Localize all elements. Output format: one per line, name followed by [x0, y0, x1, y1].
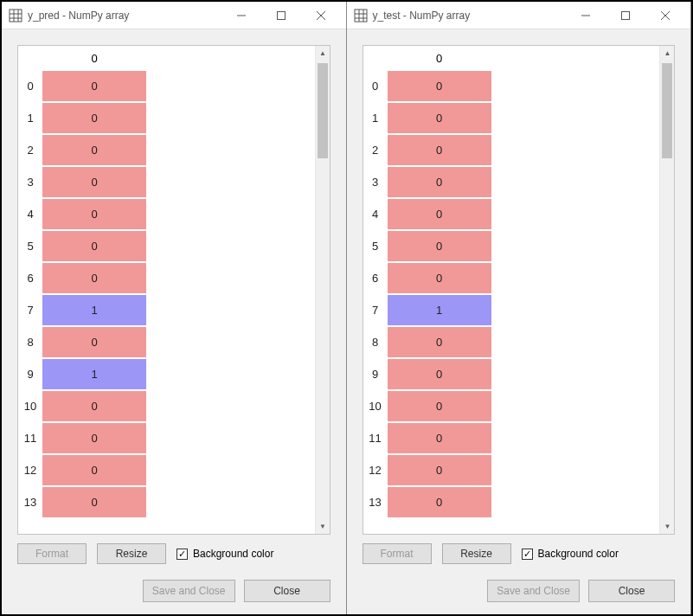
minimize-button[interactable] — [566, 2, 606, 29]
row-index[interactable]: 0 — [18, 70, 42, 102]
row-index[interactable]: 1 — [363, 102, 388, 134]
table-row[interactable]: 90 — [363, 358, 660, 390]
table-row[interactable]: 60 — [363, 262, 660, 294]
close-button[interactable]: Close — [588, 580, 675, 602]
resize-button[interactable]: Resize — [97, 543, 166, 564]
table-row[interactable]: 110 — [363, 422, 660, 454]
row-index[interactable]: 12 — [363, 454, 388, 486]
array-grid[interactable]: 0 00102030405060718091100110120130 ▲ ▼ — [17, 45, 330, 535]
resize-button[interactable]: Resize — [442, 543, 511, 564]
row-index[interactable]: 13 — [18, 486, 42, 518]
row-index[interactable]: 12 — [18, 454, 42, 486]
row-index[interactable]: 0 — [363, 70, 388, 102]
cell-value[interactable]: 0 — [388, 71, 491, 101]
cell-value[interactable]: 0 — [42, 263, 146, 293]
table-row[interactable]: 130 — [18, 486, 315, 518]
row-index[interactable]: 5 — [363, 230, 388, 262]
cell-value[interactable]: 0 — [388, 199, 491, 229]
table-row[interactable]: 120 — [18, 454, 315, 486]
table-row[interactable]: 00 — [18, 70, 315, 102]
table-row[interactable]: 10 — [363, 102, 660, 134]
row-index[interactable]: 9 — [363, 358, 388, 390]
row-index[interactable]: 3 — [18, 166, 42, 198]
cell-value[interactable]: 0 — [42, 231, 146, 261]
row-index[interactable]: 7 — [18, 294, 42, 326]
cell-value[interactable]: 0 — [388, 423, 491, 453]
row-index[interactable]: 3 — [363, 166, 388, 198]
maximize-button[interactable] — [606, 2, 645, 29]
table-row[interactable]: 50 — [363, 230, 660, 262]
minimize-button[interactable] — [221, 2, 261, 29]
table-row[interactable]: 50 — [18, 230, 315, 262]
row-index[interactable]: 8 — [363, 326, 388, 358]
cell-value[interactable]: 0 — [388, 135, 491, 165]
row-index[interactable]: 11 — [18, 422, 42, 454]
background-color-checkbox[interactable]: ✓ Background color — [176, 548, 273, 560]
cell-value[interactable]: 0 — [42, 167, 146, 197]
row-index[interactable]: 1 — [18, 102, 42, 134]
titlebar[interactable]: y_pred - NumPy array — [2, 2, 346, 29]
table-row[interactable]: 100 — [18, 390, 315, 422]
table-row[interactable]: 80 — [363, 326, 660, 358]
cell-value[interactable]: 0 — [388, 263, 491, 293]
table-row[interactable]: 00 — [363, 70, 660, 102]
table-row[interactable]: 30 — [18, 166, 315, 198]
cell-value[interactable]: 0 — [42, 199, 146, 229]
table-row[interactable]: 40 — [363, 198, 660, 230]
row-index[interactable]: 10 — [363, 390, 388, 422]
scroll-thumb[interactable] — [662, 63, 672, 158]
table-row[interactable]: 120 — [363, 454, 660, 486]
background-color-checkbox[interactable]: ✓ Background color — [522, 548, 619, 560]
cell-value[interactable]: 0 — [42, 391, 146, 421]
row-index[interactable]: 10 — [18, 390, 42, 422]
table-row[interactable]: 100 — [363, 390, 660, 422]
table-row[interactable]: 30 — [363, 166, 660, 198]
table-row[interactable]: 91 — [18, 358, 315, 390]
cell-value[interactable]: 0 — [42, 487, 146, 517]
close-button[interactable]: Close — [244, 580, 330, 602]
scroll-down-icon[interactable]: ▼ — [660, 519, 675, 534]
array-grid[interactable]: 0 00102030405060718090100110120130 ▲ ▼ — [363, 45, 676, 535]
table-row[interactable]: 71 — [18, 294, 315, 326]
table-row[interactable]: 130 — [363, 486, 660, 518]
cell-value[interactable]: 0 — [42, 71, 146, 101]
cell-value[interactable]: 0 — [42, 327, 146, 357]
cell-value[interactable]: 1 — [388, 295, 491, 325]
cell-value[interactable]: 0 — [388, 391, 491, 421]
row-index[interactable]: 7 — [363, 294, 388, 326]
cell-value[interactable]: 0 — [42, 423, 146, 453]
cell-value[interactable]: 0 — [42, 455, 146, 485]
table-row[interactable]: 71 — [363, 294, 660, 326]
format-button[interactable]: Format — [363, 543, 432, 564]
column-header[interactable]: 0 — [42, 52, 146, 65]
row-index[interactable]: 2 — [363, 134, 388, 166]
row-index[interactable]: 11 — [363, 422, 388, 454]
row-index[interactable]: 6 — [363, 262, 388, 294]
row-index[interactable]: 9 — [18, 358, 42, 390]
cell-value[interactable]: 0 — [388, 327, 491, 357]
row-index[interactable]: 6 — [18, 262, 42, 294]
scroll-up-icon[interactable]: ▲ — [660, 46, 675, 61]
save-and-close-button[interactable]: Save and Close — [487, 580, 580, 602]
table-row[interactable]: 40 — [18, 198, 315, 230]
cell-value[interactable]: 1 — [42, 359, 146, 389]
cell-value[interactable]: 1 — [42, 295, 146, 325]
table-row[interactable]: 20 — [18, 134, 315, 166]
cell-value[interactable]: 0 — [42, 103, 146, 133]
table-row[interactable]: 60 — [18, 262, 315, 294]
cell-value[interactable]: 0 — [388, 359, 491, 389]
scroll-down-icon[interactable]: ▼ — [316, 519, 330, 534]
row-index[interactable]: 4 — [18, 198, 42, 230]
row-index[interactable]: 2 — [18, 134, 42, 166]
cell-value[interactable]: 0 — [388, 167, 491, 197]
cell-value[interactable]: 0 — [388, 455, 491, 485]
cell-value[interactable]: 0 — [388, 103, 491, 133]
row-index[interactable]: 8 — [18, 326, 42, 358]
table-row[interactable]: 80 — [18, 326, 315, 358]
save-and-close-button[interactable]: Save and Close — [143, 580, 235, 602]
titlebar[interactable]: y_test - NumPy array — [347, 2, 691, 29]
maximize-button[interactable] — [261, 2, 301, 29]
cell-value[interactable]: 0 — [388, 487, 491, 517]
cell-value[interactable]: 0 — [388, 231, 491, 261]
column-header[interactable]: 0 — [388, 52, 491, 65]
